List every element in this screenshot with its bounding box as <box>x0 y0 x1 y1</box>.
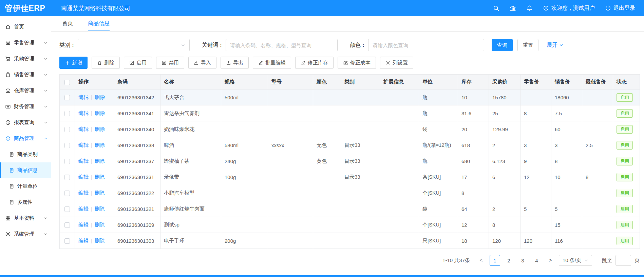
category-select[interactable] <box>78 39 190 51</box>
next-page-button[interactable]: > <box>545 255 555 266</box>
sidebar-item-attributes[interactable]: 多属性 <box>0 194 51 210</box>
sidebar-item-product-info[interactable]: 商品信息 <box>0 162 51 178</box>
page-number-4[interactable]: 4 <box>531 255 542 266</box>
row-checkbox[interactable] <box>64 222 70 228</box>
page-number-1[interactable]: 1 <box>490 255 500 266</box>
page-number-2[interactable]: 2 <box>504 255 514 266</box>
bank-icon[interactable] <box>510 5 516 12</box>
enable-button[interactable]: 启用 <box>124 57 152 69</box>
edit-link[interactable]: 编辑 <box>78 110 89 116</box>
fix-stock-button[interactable]: 修正库存 <box>295 57 334 69</box>
sidebar-item-label: 基本资料 <box>14 215 34 221</box>
add-button[interactable]: 新增 <box>59 57 88 69</box>
close-square-icon <box>162 60 167 65</box>
disable-button[interactable]: 禁用 <box>156 57 184 69</box>
row-checkbox[interactable] <box>64 111 70 116</box>
sidebar-item-system[interactable]: 系统管理 <box>0 226 51 242</box>
edit-link[interactable]: 编辑 <box>78 222 89 227</box>
sidebar-item-basic-data[interactable]: 基本资料 <box>0 210 51 226</box>
chevron-down-icon <box>44 105 48 108</box>
expand-toggle[interactable]: 展开 <box>547 42 563 49</box>
cell-barcode: 6901236301309 <box>114 217 160 233</box>
column-settings-button[interactable]: 列设置 <box>380 57 413 69</box>
row-checkbox[interactable] <box>64 175 70 180</box>
delete-link[interactable]: 删除 <box>95 126 105 132</box>
edit-link[interactable]: 编辑 <box>78 190 89 196</box>
cell-min-price: 2.5 <box>582 137 613 153</box>
row-checkbox[interactable] <box>64 238 70 244</box>
select-all-checkbox[interactable] <box>64 80 70 85</box>
sidebar-item-products[interactable]: 商品管理 <box>0 131 51 146</box>
sidebar-item-retail[interactable]: 零售管理 <box>0 35 51 51</box>
cell-purchase-price: 6 <box>489 169 520 185</box>
edit-link[interactable]: 编辑 <box>78 94 89 100</box>
sidebar-item-home[interactable]: 首页 <box>0 19 51 35</box>
jump-page-input[interactable] <box>615 255 631 266</box>
delete-link[interactable]: 删除 <box>95 158 105 164</box>
cell-sale-price: 15 <box>551 217 582 233</box>
cell-status: 启用 <box>613 90 640 105</box>
delete-link[interactable]: 删除 <box>95 94 105 100</box>
delete-link[interactable]: 删除 <box>95 190 105 196</box>
search-button[interactable]: 查询 <box>492 39 513 51</box>
edit-link[interactable]: 编辑 <box>78 238 89 243</box>
link-separator: | <box>91 94 92 100</box>
import-button[interactable]: 导入 <box>188 57 216 69</box>
search-icon[interactable] <box>493 5 499 12</box>
row-checkbox[interactable] <box>64 143 70 148</box>
row-checkbox[interactable] <box>64 191 70 196</box>
tab-product-info[interactable]: 商品信息 <box>88 16 110 31</box>
sidebar-item-purchase[interactable]: 采购管理 <box>0 51 51 67</box>
cell-purchase-price: 129.99 <box>489 121 520 137</box>
delete-link[interactable]: 删除 <box>95 142 105 148</box>
delete-link[interactable]: 删除 <box>95 222 105 227</box>
page-number-3[interactable]: 3 <box>517 255 528 266</box>
logout-button[interactable]: 退出登录 <box>605 5 635 12</box>
edit-link[interactable]: 编辑 <box>78 142 89 148</box>
edit-link[interactable]: 编辑 <box>78 206 89 212</box>
cell-name: 测试sp <box>160 217 221 233</box>
cell-name: 录像带 <box>160 169 221 185</box>
welcome-user[interactable]: 欢迎您，测试用户 <box>543 5 595 12</box>
status-badge: 启用 <box>617 221 633 229</box>
sidebar-item-product-category[interactable]: 商品类别 <box>0 146 51 162</box>
status-badge: 启用 <box>617 109 633 118</box>
notification-bell-icon[interactable] <box>526 5 533 12</box>
batch-edit-button[interactable]: 批量编辑 <box>253 57 291 69</box>
prev-page-button[interactable]: < <box>476 255 486 266</box>
sidebar-item-reports[interactable]: 报表查询 <box>0 115 51 131</box>
row-checkbox[interactable] <box>64 159 70 164</box>
cell-extinfo <box>380 137 419 153</box>
delete-button[interactable]: 删除 <box>92 57 120 69</box>
cell-category <box>341 185 380 201</box>
cell-spec <box>221 201 268 217</box>
sidebar-item-units[interactable]: 计量单位 <box>0 178 51 194</box>
edit-link[interactable]: 编辑 <box>78 126 89 132</box>
sidebar-item-label: 首页 <box>14 24 24 30</box>
cell-extinfo <box>380 217 419 233</box>
page-size-select[interactable]: 10 条/页 <box>559 255 592 266</box>
cell-category <box>341 233 380 249</box>
fix-cost-button[interactable]: 修正成本 <box>338 57 376 69</box>
edit-link[interactable]: 编辑 <box>78 174 89 180</box>
reset-button[interactable]: 重置 <box>517 39 538 51</box>
delete-link[interactable]: 删除 <box>95 206 105 212</box>
cell-stock: 18 <box>458 233 489 249</box>
color-input[interactable] <box>368 39 484 51</box>
export-button[interactable]: 导出 <box>221 57 249 69</box>
tab-home[interactable]: 首页 <box>62 16 73 31</box>
row-checkbox[interactable] <box>64 127 70 132</box>
add-label: 新增 <box>72 60 82 66</box>
fix-cost-label: 修正成本 <box>350 60 371 66</box>
keyword-input[interactable] <box>226 39 338 51</box>
page-unit-label: 页 <box>634 257 640 264</box>
delete-link[interactable]: 删除 <box>95 174 105 180</box>
sidebar-item-sales[interactable]: 销售管理 <box>0 67 51 83</box>
sidebar-item-finance[interactable]: 财务管理 <box>0 99 51 115</box>
delete-link[interactable]: 删除 <box>95 110 105 116</box>
delete-link[interactable]: 删除 <box>95 238 105 243</box>
row-checkbox[interactable] <box>64 95 70 100</box>
edit-link[interactable]: 编辑 <box>78 158 89 164</box>
row-checkbox[interactable] <box>64 206 70 212</box>
sidebar-item-warehouse[interactable]: 仓库管理 <box>0 83 51 99</box>
